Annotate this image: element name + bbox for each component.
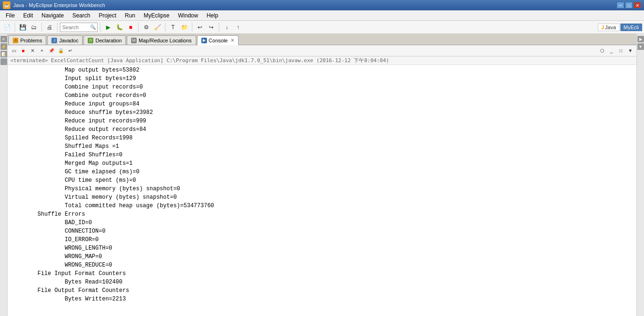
sep5: [138, 23, 139, 32]
tab-declaration-label: Declaration: [95, 38, 122, 43]
menu-item-edit[interactable]: Edit: [19, 10, 37, 20]
tab-map-reduce[interactable]: M Map/Reduce Locations: [127, 35, 196, 45]
new-console-button[interactable]: +: [38, 47, 46, 55]
console-icon: ▶: [201, 38, 207, 43]
sidebar-icon-2[interactable]: ⚡: [0, 43, 7, 50]
tab-toolbar-right: ⬡ _ □ ▼: [598, 47, 635, 55]
toolbar: 📄 💾 🗂 🖨 🔍 ▶ 🐛 ■ ⚙ 🧹 T 📁 ↩ ↪ ↓ ↑ J Java M…: [0, 21, 644, 34]
left-sidebar: ≡ ⚡ 📝 🔧: [0, 34, 8, 316]
menu-item-file[interactable]: File: [2, 10, 18, 20]
menu-bar: FileEditNavigateSearchProjectRunMyEclips…: [0, 10, 644, 21]
sep4: [100, 23, 100, 32]
console-output[interactable]: Map output bytes=53802 Input split bytes…: [8, 65, 636, 316]
terminated-status: <terminated> ExcelContactCount [Java App…: [10, 57, 389, 64]
next-annotation-button[interactable]: ↓: [222, 22, 232, 32]
sidebar-icon-3[interactable]: 📝: [0, 51, 7, 57]
map-reduce-icon: M: [131, 38, 137, 43]
sep8: [219, 23, 219, 32]
tab-problems[interactable]: ⚠ Problems: [8, 35, 46, 45]
menu-item-search[interactable]: Search: [68, 10, 94, 20]
tab-bar: ⚠ Problems J Javadoc D Declaration M Map…: [8, 34, 636, 45]
save-all-button[interactable]: 🗂: [29, 22, 39, 32]
minimize-button[interactable]: ─: [617, 2, 624, 8]
pin-console-button[interactable]: 📌: [47, 47, 56, 55]
prev-annotation-button[interactable]: ↑: [233, 22, 243, 32]
redo-button[interactable]: ↪: [206, 22, 216, 32]
tab-console[interactable]: ▶ Console ✕: [197, 35, 239, 45]
tab-javadoc[interactable]: J Javadoc: [47, 35, 83, 45]
menu-item-project[interactable]: Project: [95, 10, 120, 20]
new-button[interactable]: 📄: [2, 22, 12, 32]
title-bar: ☕ Java - MyEclipse Enterprise Workbench …: [0, 0, 644, 10]
save-button[interactable]: 💾: [17, 22, 28, 32]
sep1: [15, 23, 15, 32]
undo-button[interactable]: ↩: [195, 22, 205, 32]
stop-button[interactable]: ■: [125, 22, 136, 32]
open-console-button[interactable]: ⬡: [598, 47, 606, 55]
sep6: [165, 23, 165, 32]
right-sidebar-icon-1[interactable]: ▶: [637, 36, 644, 42]
close-button[interactable]: ✕: [634, 2, 641, 8]
clear-console-button[interactable]: ▭: [9, 47, 18, 55]
status-bar: <terminated> ExcelContactCount [Java App…: [8, 57, 636, 65]
clean-button[interactable]: 🧹: [152, 22, 163, 32]
tab-console-label: Console: [209, 38, 228, 43]
sep2: [41, 23, 42, 32]
maximize-button[interactable]: □: [625, 2, 633, 8]
title-text: Java - MyEclipse Enterprise Workbench: [13, 2, 105, 8]
stop-terminate-button[interactable]: ■: [19, 47, 27, 55]
build-button[interactable]: ⚙: [141, 22, 151, 32]
right-sidebar: ▶ ▼: [636, 34, 644, 316]
java-perspective-badge[interactable]: J Java: [598, 24, 619, 31]
tab-map-reduce-label: Map/Reduce Locations: [139, 38, 192, 43]
sep3: [57, 23, 58, 32]
open-resource-button[interactable]: 📁: [179, 22, 190, 32]
myeclipse-perspective-badge[interactable]: MyEcli: [620, 24, 642, 31]
problems-icon: ⚠: [13, 38, 18, 43]
view-menu-button[interactable]: ▼: [626, 47, 635, 55]
remove-terminated-button[interactable]: ✕: [28, 47, 37, 55]
maximize-view-button[interactable]: □: [617, 47, 625, 55]
tab-javadoc-label: Javadoc: [59, 38, 78, 43]
open-type-button[interactable]: T: [168, 22, 178, 32]
sidebar-icon-4[interactable]: 🔧: [0, 58, 7, 65]
console-close-button[interactable]: ✕: [231, 38, 234, 43]
word-wrap-button[interactable]: ↵: [66, 47, 74, 55]
search-wrapper: 🔍: [60, 23, 98, 32]
app-icon: ☕: [3, 1, 10, 9]
sidebar-icon-1[interactable]: ≡: [0, 36, 7, 42]
window-controls[interactable]: ─ □ ✕: [617, 2, 641, 8]
sep7: [192, 23, 192, 32]
main-area: ⚠ Problems J Javadoc D Declaration M Map…: [8, 34, 636, 316]
menu-item-help[interactable]: Help: [203, 10, 222, 20]
menu-item-run[interactable]: Run: [121, 10, 139, 20]
tab-declaration[interactable]: D Declaration: [83, 35, 126, 45]
tab-toolbar: ▭ ■ ✕ + 📌 🔒 ↵ ⬡ _ □ ▼: [8, 45, 636, 57]
minimize-view-button[interactable]: _: [607, 47, 616, 55]
tab-problems-label: Problems: [20, 38, 42, 43]
scroll-lock-button[interactable]: 🔒: [57, 47, 65, 55]
console-text: Map output bytes=53802 Input split bytes…: [10, 66, 634, 303]
debug-button[interactable]: 🐛: [114, 22, 124, 32]
javadoc-icon: J: [51, 38, 57, 43]
menu-item-navigate[interactable]: Navigate: [38, 10, 67, 20]
menu-item-window[interactable]: Window: [174, 10, 202, 20]
declaration-icon: D: [88, 38, 93, 43]
tab-toolbar-left: ▭ ■ ✕ + 📌 🔒 ↵: [9, 47, 74, 55]
run-button[interactable]: ▶: [103, 22, 113, 32]
print-button[interactable]: 🖨: [44, 22, 55, 32]
right-sidebar-icon-2[interactable]: ▼: [637, 43, 644, 50]
search-icon: 🔍: [90, 24, 96, 30]
menu-item-myeclipse[interactable]: MyEclipse: [140, 10, 173, 20]
